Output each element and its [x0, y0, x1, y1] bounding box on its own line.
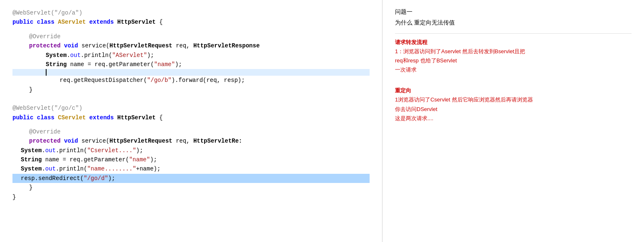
annotation-text: @WebServlet("/go/a"): [12, 8, 82, 17]
dot3: .: [42, 146, 45, 155]
code-line: @Override: [12, 127, 370, 136]
method-println: println(: [84, 51, 112, 60]
concat: +name);: [136, 164, 160, 173]
type-string2: String: [21, 155, 45, 164]
var-name: name = req.getParameter(: [70, 60, 154, 69]
string-god: "/go/d": [84, 174, 108, 183]
note-heading-1: 问题一: [395, 8, 632, 16]
dot2: .: [81, 51, 84, 60]
cservlet-block: @WebServlet("/go/c") public class CServl…: [12, 104, 370, 202]
text-cursor: [46, 69, 47, 76]
subheading-text-1: 为什么 重定向无法传值: [395, 19, 455, 26]
method-service: service(: [81, 41, 109, 50]
string-name2: "name": [129, 155, 150, 164]
notes-panel: 问题一 为什么 重定向无法传值 请求转发流程 1：浏览器访问到了Aservlet…: [382, 0, 644, 242]
forward-call: ).forward(req, resp);: [171, 76, 244, 85]
code-line: }: [12, 193, 370, 202]
divider-1: [395, 33, 632, 34]
field-out2: out: [45, 146, 56, 155]
redirect-line2: 你去访问DServlet: [395, 105, 632, 114]
code-line: }: [12, 85, 370, 94]
code-line: @WebServlet("/go/c"): [12, 104, 370, 113]
field-out3: out: [45, 164, 56, 173]
keyword-extends2: extends: [89, 113, 117, 122]
field-out: out: [70, 51, 81, 60]
redirect-text-1: 1浏览器访问了Cservlet 然后它响应浏览器然后再请浏览器: [395, 96, 533, 103]
string-name3: "name........": [87, 164, 136, 173]
close-brace1: }: [29, 85, 32, 94]
string-cservlet: "Cservlet....": [87, 146, 136, 155]
forward-line3: 一次请求: [395, 65, 632, 74]
brace-open2: {: [159, 113, 163, 122]
system-class2: System: [21, 146, 42, 155]
classname-aservlet: AServlet: [58, 17, 89, 27]
param-type3: HttpServletRequest: [109, 136, 176, 146]
redirect-line3: 这是两次请求....: [395, 114, 632, 123]
dot4: .: [56, 146, 59, 155]
forward-text-2: req和resp 也给了BServlet: [395, 57, 457, 64]
code-line: }: [12, 183, 370, 192]
code-line: System.out.println("Cservlet....");: [12, 146, 370, 155]
code-line: String name = req.getParameter("name");: [12, 155, 370, 164]
keyword-class2: class: [37, 113, 58, 122]
code-line: protected void service(HttpServletReques…: [12, 136, 370, 146]
req-dispatcher: req.getRequestDispatcher(: [46, 76, 147, 85]
var-name2: name = req.getParameter(: [45, 155, 129, 164]
string-name: "name": [154, 60, 175, 69]
keyword-class: class: [37, 17, 58, 27]
keyword-protected: protected: [29, 41, 64, 50]
method-service2: service(: [81, 136, 109, 146]
code-line: String name = req.getParameter("name");: [12, 60, 370, 69]
close-brace2: }: [29, 183, 32, 192]
keyword-public: public: [12, 17, 37, 27]
keyword-protected2: protected: [29, 136, 64, 146]
keyword-extends: extends: [89, 17, 117, 27]
redirect-line1: 1浏览器访问了Cservlet 然后它响应浏览器然后再请浏览器: [395, 95, 632, 104]
string-gob: "/go/b": [147, 76, 172, 85]
forward-text-1: 1：浏览器访问到了Aservlet 然后去转发到Bservlet且把: [395, 48, 525, 54]
keyword-public2: public: [12, 113, 37, 122]
code-panel: @WebServlet("/go/a") public class AServl…: [0, 0, 382, 242]
override2: @Override: [29, 127, 61, 136]
code-line: @Override: [12, 32, 370, 41]
section-title-redirect: 重定向: [395, 86, 632, 95]
dot5: .: [42, 164, 45, 173]
classname-httpservlet: HttpServlet: [117, 17, 159, 27]
note-subheading-1: 为什么 重定向无法传值: [395, 19, 632, 27]
resp-redirect: resp.sendRe: [21, 174, 59, 183]
selected-line: resp.sendRedirect("/go/d");: [12, 174, 370, 183]
forward-title: 请求转发流程: [395, 39, 427, 45]
semicolon: );: [175, 60, 182, 69]
type-string: String: [46, 60, 70, 69]
classname-httpservlet2: HttpServlet: [117, 113, 159, 122]
redirect-selected: direct(: [59, 174, 84, 183]
code-line: req.getRequestDispatcher("/go/b").forwar…: [12, 76, 370, 85]
section-title-forward: 请求转发流程: [395, 38, 632, 47]
system-class: System: [46, 51, 67, 60]
forward-line2: req和resp 也给了BServlet: [395, 56, 632, 65]
redirect-text-2: 你去访问DServlet: [395, 106, 437, 112]
keyword-void2: void: [64, 136, 81, 146]
aservlet-block: @WebServlet("/go/a") public class AServl…: [12, 8, 370, 94]
heading-text-1: 问题一: [395, 8, 412, 15]
code-line: protected void service(HttpServletReques…: [12, 41, 370, 50]
semicolon2: );: [150, 155, 157, 164]
code-line: System.out.println("name........"+name);: [12, 164, 370, 173]
code-line: @WebServlet("/go/a"): [12, 8, 370, 17]
close-paren2: );: [136, 146, 143, 155]
method-println2: println(: [59, 146, 87, 155]
note-section-forward: 请求转发流程 1：浏览器访问到了Aservlet 然后去转发到Bservlet且…: [395, 38, 632, 74]
keyword-void: void: [64, 41, 81, 50]
forward-line1: 1：浏览器访问到了Aservlet 然后去转发到Bservlet且把: [395, 47, 632, 56]
redirect-title: 重定向: [395, 87, 411, 94]
param-req: req,: [176, 41, 193, 50]
string-aservlet: "AServlet": [112, 51, 147, 60]
dot6: .: [56, 164, 59, 173]
param-type4: HttpServletRe:: [193, 136, 242, 146]
classname-cservlet: CServlet: [58, 113, 89, 122]
forward-text-3: 一次请求: [395, 67, 417, 73]
note-section-1: 问题一 为什么 重定向无法传值: [395, 8, 632, 27]
param-type1: HttpServletRequest: [109, 41, 176, 50]
redirect-text-3: 这是两次请求....: [395, 115, 433, 121]
param-req2: req,: [176, 136, 193, 146]
